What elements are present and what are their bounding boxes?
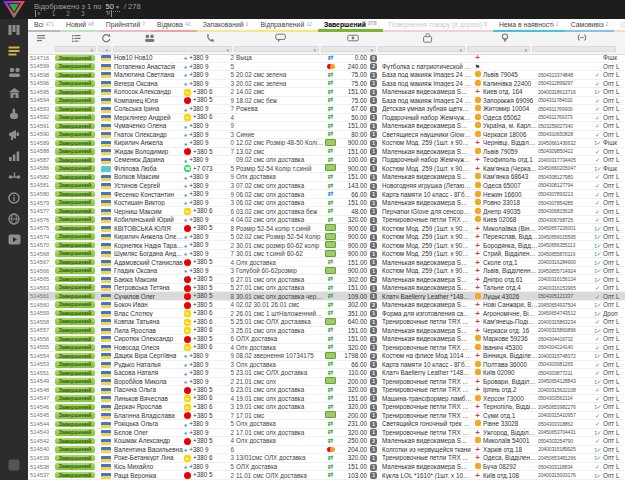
order-row[interactable]: 514555 Завершений Новосад Олеся lc+380 6… xyxy=(28,344,625,353)
order-row[interactable]: 514716 Завершений Нов10 Нов10 *+380 9 2 … xyxy=(28,54,625,63)
order-row[interactable]: 514549 Завершений Воробйов Микола *+380 … xyxy=(28,378,625,387)
order-row[interactable]: 514567 Завершений Адамовский Станислав +… xyxy=(28,258,625,267)
order-row[interactable]: 514574 Завершений Кирилич Анжела Олексії… xyxy=(28,233,625,242)
order-row[interactable]: 514539 Завершений Роке-Бетанкурт Ліна lc… xyxy=(28,454,625,463)
column-products[interactable] xyxy=(382,32,472,44)
tab-status-5[interactable]: Відправлений 12 xyxy=(254,19,318,32)
tab-status-8[interactable]: Нема в наявності 1 xyxy=(493,19,565,32)
order-row[interactable]: 514542 Завершений Кошмак Александр +380 … xyxy=(28,437,625,446)
order-row[interactable]: 514588 Завершений Жидак Володимир +380 5… xyxy=(28,148,625,157)
order-row[interactable]: 514548 Завершений Пасічна Ольга +380 5 6… xyxy=(28,386,625,395)
order-row[interactable]: 514557 Завершений Лила Ярослав lc+380 6 … xyxy=(28,327,625,336)
integrations-icon[interactable] xyxy=(0,166,28,187)
order-row[interactable]: 514595 Завершений Колосок Александр lc+3… xyxy=(28,88,625,97)
first-page-button[interactable]: « xyxy=(35,10,41,17)
video-tutorials-icon[interactable] xyxy=(0,229,28,250)
page-number-2[interactable]: 2 xyxy=(66,10,70,17)
order-row[interactable]: 514561 Завершений Сучилов Олег +380 5 8 … xyxy=(28,292,625,301)
order-row[interactable]: 514556 Завершений Сиротюк Олександр +380… xyxy=(28,335,625,344)
tab-status-9[interactable]: Самовивіз 2 xyxy=(565,19,615,32)
tab-status-4[interactable]: Запакований 1 xyxy=(197,19,255,32)
nova-poshta-icon: + xyxy=(475,140,480,146)
globe-icon[interactable] xyxy=(0,208,28,229)
order-row[interactable]: 514580 Завершений Фесенко Константин *+3… xyxy=(28,190,625,199)
page-number-3[interactable]: 3 xyxy=(81,10,85,17)
order-row[interactable]: 514560 Завершений Бокоч Иван +380 5 4 02… xyxy=(28,301,625,310)
order-row[interactable]: 514566 Завершений Гладик Оксана *+380 9 … xyxy=(28,267,625,276)
order-row[interactable]: 514565 Завершений Баюка Максим +380 5 6 … xyxy=(28,275,625,284)
order-row[interactable]: 514553 Завершений Рудько Наталья *+380 9… xyxy=(28,361,625,370)
order-row[interactable]: 514544 Завершений Рокіцька Ольга *+380 9… xyxy=(28,420,625,429)
items-count-badge: 1 xyxy=(370,80,377,87)
client-name: Кирилич Анжела xyxy=(114,139,184,146)
order-row[interactable]: 514598 Завершений Малютина Светлана *+38… xyxy=(28,71,625,80)
column-order-id[interactable] xyxy=(28,32,54,44)
filter-country-dropdown[interactable]: ▾ xyxy=(98,46,111,52)
tab-status-10[interactable]: Сервіси 0 xyxy=(614,19,625,32)
order-row[interactable]: 514545 Завершений Благінна Владіслава +3… xyxy=(28,412,625,421)
tab-status-7[interactable]: Повернення товару (в дорозі) 0 xyxy=(383,19,493,32)
order-row[interactable]: 514540 Завершений Валентина Васильевна *… xyxy=(28,446,625,455)
order-row[interactable]: 514570 Завершений Корнелюк Надія Тарасів… xyxy=(28,241,625,250)
tab-status-0[interactable]: Всі 471 xyxy=(28,19,60,32)
order-row[interactable]: 514537 Завершений Раца Вероніка +380 5 2… xyxy=(28,471,625,480)
order-row[interactable]: 514558 Завершений Ковпак Татьяна lc+380 … xyxy=(28,318,625,327)
order-row[interactable]: 514591 Завершений Чумаченко Олена *+380 … xyxy=(28,122,625,131)
filter-comment-dropdown[interactable]: ▾ xyxy=(234,46,319,52)
order-row[interactable]: 514599 Завершений Потапенко Анастасія *+… xyxy=(28,63,625,72)
cod-payment-icon: ⇄ xyxy=(328,71,334,79)
column-tracking[interactable] xyxy=(538,32,625,44)
order-row[interactable]: 514594 Завершений Компанец Юля +380 5 9 … xyxy=(28,97,625,106)
column-phone[interactable] xyxy=(184,32,236,44)
tab-status-3[interactable]: Відмова 42 xyxy=(151,19,197,32)
tab-status-2[interactable]: Прийнятий 7 xyxy=(100,19,151,32)
filter-tracking-input[interactable] xyxy=(532,46,616,52)
kanban-board-icon[interactable] xyxy=(0,19,28,40)
order-row[interactable]: 514563 Завершений Петровська Тетяна +380… xyxy=(28,284,625,293)
order-row[interactable]: 514577 Завершений Черниш Максим lc+380 6… xyxy=(28,207,625,216)
order-row[interactable]: 514546 Завершений Деркач Ярослав lc+380 … xyxy=(28,403,625,412)
order-row[interactable]: 514575 Завершений КВІТОВСЬКА ЮЛІЯ +380 5… xyxy=(28,224,625,233)
column-delivery[interactable] xyxy=(472,32,538,44)
order-row[interactable]: 514579 Завершений Костишин Виктор *+380 … xyxy=(28,199,625,208)
info-icon[interactable] xyxy=(0,187,28,208)
order-row[interactable]: 514551 Завершений Басова Наталя *+380 9 … xyxy=(28,369,625,378)
hand-brand-icon[interactable] xyxy=(0,103,28,124)
column-country[interactable] xyxy=(98,32,114,44)
orders-list-icon[interactable] xyxy=(0,40,28,61)
order-row[interactable]: 514543 Завершений Бєлов Олег *+380 9 2 1… xyxy=(28,429,625,438)
order-row[interactable]: 514581 Завершений Устинов Сергей *+380 9… xyxy=(28,182,625,191)
order-row[interactable]: 514538 Завершений Кісь Михайло *+380 9 5… xyxy=(28,463,625,472)
order-row[interactable]: 514593 Завершений Сольська Ірина *+380 9… xyxy=(28,105,625,114)
last-page-button[interactable]: » xyxy=(107,10,113,17)
tab-status-6[interactable]: Завершений 278 xyxy=(318,19,383,32)
order-row[interactable]: 514568 Завершений Шумляс Богдана Андріїв… xyxy=(28,250,625,259)
order-row[interactable]: 514586 Завершений Філіпова Люба ☎+7 073 … xyxy=(28,165,625,174)
order-row[interactable]: 514596 Завершений Вегера Оксана *+380 9 … xyxy=(28,80,625,89)
order-row[interactable]: 514559 Завершений Влас Слотюу lc+380 6 2… xyxy=(28,309,625,318)
marketing-megaphone-icon[interactable] xyxy=(0,124,28,145)
order-row[interactable]: 514554 Завершений Дацюк Віра Сергіївна *… xyxy=(28,352,625,361)
filter-payment-dropdown[interactable]: ▾ xyxy=(321,46,376,52)
clients-icon[interactable] xyxy=(0,61,28,82)
collapse-panel-icon[interactable] xyxy=(0,454,28,475)
order-row[interactable]: 514587 Завершений Семенюк Дарина *+380 9… xyxy=(28,156,625,165)
order-row[interactable]: 514592 Завершений Мерклінгер Андрей lc+3… xyxy=(28,114,625,123)
filter-products-dropdown[interactable]: ▾ xyxy=(378,46,465,52)
filter-delivery-dropdown[interactable]: ▾ xyxy=(467,46,530,52)
order-row[interactable]: 514576 Завершений Кобилинський Юрий *+38… xyxy=(28,216,625,225)
shop-icon[interactable] xyxy=(0,82,28,103)
tab-status-1[interactable]: Новий 48 xyxy=(60,19,100,32)
order-row[interactable]: 514547 Завершений Линьков Вячеслав lc+38… xyxy=(28,395,625,404)
column-status[interactable] xyxy=(54,32,98,44)
filter-status-dropdown[interactable]: ▾ xyxy=(55,46,96,52)
order-row[interactable]: 514589 Завершений Кирилич Анжела *+380 9… xyxy=(28,139,625,148)
column-client[interactable] xyxy=(114,32,184,44)
filter-client-dropdown[interactable]: ▾ xyxy=(113,46,232,52)
column-payment[interactable] xyxy=(324,32,382,44)
order-row[interactable]: 514590 Завершений Гнаток Олександр *+380… xyxy=(28,131,625,140)
statistics-icon[interactable] xyxy=(0,145,28,166)
order-row[interactable]: 514582 Завершений Волков Максим *+380 9 … xyxy=(28,173,625,182)
page-number-1[interactable]: 1 xyxy=(52,10,56,17)
column-comment[interactable] xyxy=(236,32,324,44)
